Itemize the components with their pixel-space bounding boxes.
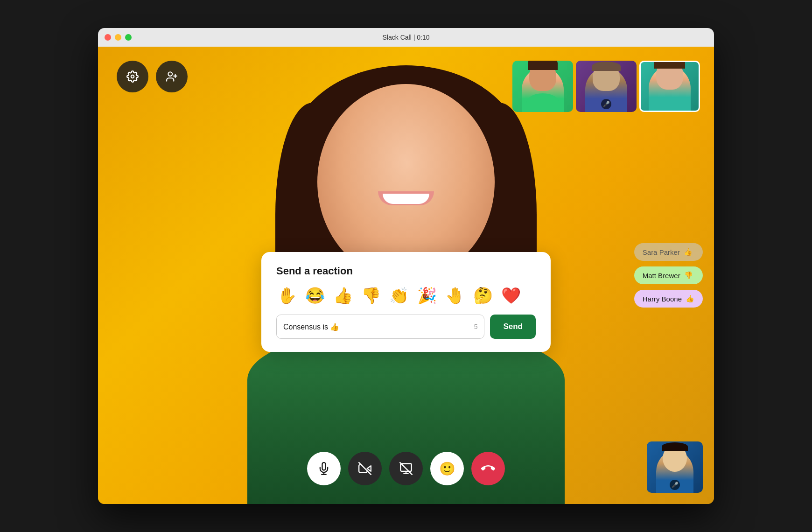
emoji-button[interactable]: 🙂 xyxy=(430,452,464,485)
reaction-name-sara: Sara Parker xyxy=(643,248,680,256)
reaction-emoji-sara: 👍 xyxy=(684,248,693,256)
screen-share-button[interactable] xyxy=(389,452,423,485)
end-call-icon xyxy=(481,462,495,476)
maximize-button[interactable] xyxy=(125,34,132,41)
participants-row: 🎤 xyxy=(512,61,700,112)
svg-point-0 xyxy=(131,75,134,78)
emoji-btn-think[interactable]: 🤔 xyxy=(472,287,494,304)
app-window: Slack Call | 0:10 xyxy=(98,28,714,504)
bottom-right-participant[interactable]: 🎤 xyxy=(647,441,703,493)
mic-button[interactable] xyxy=(307,452,341,485)
reaction-emoji-harry: 👍 xyxy=(686,294,694,303)
top-left-controls xyxy=(117,61,188,92)
reaction-emoji-matt: 👎 xyxy=(684,271,693,280)
reaction-name-harry: Harry Boone xyxy=(643,295,682,303)
reaction-title: Send a reaction xyxy=(276,265,536,277)
settings-button[interactable] xyxy=(117,61,148,92)
emoji-btn-party[interactable]: 🎉 xyxy=(416,287,438,304)
reaction-input-row: 5 Send xyxy=(276,315,536,339)
reaction-input-wrap: 5 xyxy=(276,315,484,339)
emoji-btn-hand[interactable]: ✋ xyxy=(276,287,298,304)
char-count: 5 xyxy=(474,323,478,330)
end-call-button[interactable] xyxy=(471,452,505,485)
add-person-icon xyxy=(166,70,178,83)
bottom-controls: 🙂 xyxy=(307,452,505,485)
main-video-area: 🎤 Send a reaction ✋ 😂 👍 👎 👏 🎉 🤚 🤔 ❤️ xyxy=(98,47,714,504)
reaction-list: Sara Parker 👍 Matt Brewer 👎 Harry Boone … xyxy=(634,243,703,308)
muted-icon-2: 🎤 xyxy=(601,99,611,109)
participant-thumb-3[interactable] xyxy=(639,61,700,112)
video-off-icon xyxy=(358,462,371,475)
reaction-input[interactable] xyxy=(283,322,470,331)
svg-point-1 xyxy=(168,72,172,76)
emoji-btn-heart[interactable]: ❤️ xyxy=(500,287,522,304)
muted-icon-4: 🎤 xyxy=(670,480,680,490)
emoji-btn-clap[interactable]: 👏 xyxy=(388,287,410,304)
close-button[interactable] xyxy=(105,34,111,41)
window-controls xyxy=(105,34,132,41)
mic-icon xyxy=(317,462,330,475)
reaction-item-sara[interactable]: Sara Parker 👍 xyxy=(634,243,703,261)
emoji-btn-wave[interactable]: 🤚 xyxy=(444,287,466,304)
emoji-btn-laugh[interactable]: 😂 xyxy=(304,287,326,304)
reaction-item-matt[interactable]: Matt Brewer 👎 xyxy=(634,266,703,284)
gear-icon xyxy=(126,70,139,83)
emoji-btn-thumbsup[interactable]: 👍 xyxy=(332,287,354,304)
participant-thumb-2[interactable]: 🎤 xyxy=(576,61,637,112)
reaction-panel: Send a reaction ✋ 😂 👍 👎 👏 🎉 🤚 🤔 ❤️ 5 Sen… xyxy=(261,252,551,352)
send-button[interactable]: Send xyxy=(490,315,536,339)
minimize-button[interactable] xyxy=(115,34,121,41)
reaction-item-harry[interactable]: Harry Boone 👍 xyxy=(634,290,703,308)
titlebar: Slack Call | 0:10 xyxy=(98,28,714,47)
window-title: Slack Call | 0:10 xyxy=(383,34,430,41)
emoji-btn-thumbsdown[interactable]: 👎 xyxy=(360,287,382,304)
participant-thumb-1[interactable] xyxy=(512,61,573,112)
video-off-button[interactable] xyxy=(348,452,382,485)
emoji-row: ✋ 😂 👍 👎 👏 🎉 🤚 🤔 ❤️ xyxy=(276,287,536,304)
add-person-button[interactable] xyxy=(156,61,188,92)
screen-share-icon xyxy=(399,462,413,475)
reaction-name-matt: Matt Brewer xyxy=(643,272,680,280)
